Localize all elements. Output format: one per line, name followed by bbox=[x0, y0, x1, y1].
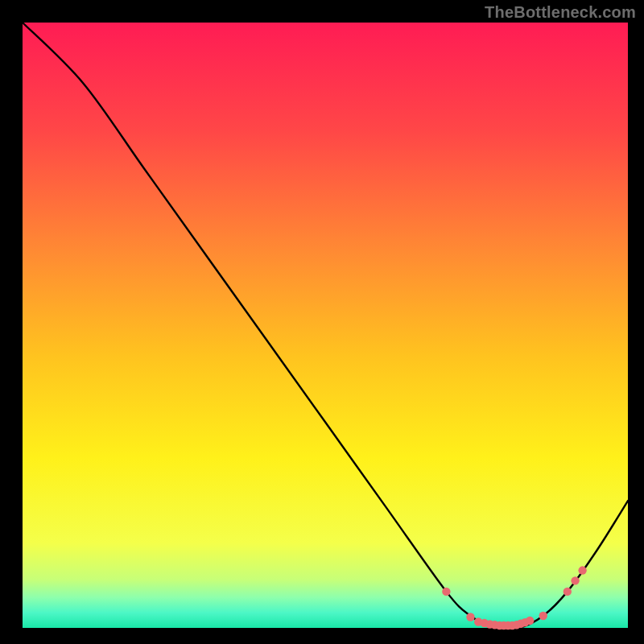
chart-container: TheBottleneck.com bbox=[0, 0, 644, 644]
highlight-dot bbox=[466, 613, 474, 621]
plot-area bbox=[23, 23, 628, 628]
highlight-dot bbox=[442, 588, 450, 596]
watermark-text: TheBottleneck.com bbox=[485, 3, 636, 22]
highlight-dot bbox=[564, 588, 572, 596]
highlight-dot bbox=[539, 612, 547, 620]
bottleneck-chart bbox=[0, 0, 644, 644]
highlight-dot bbox=[578, 566, 586, 574]
highlight-dot bbox=[526, 617, 534, 625]
highlight-dot bbox=[571, 576, 579, 584]
